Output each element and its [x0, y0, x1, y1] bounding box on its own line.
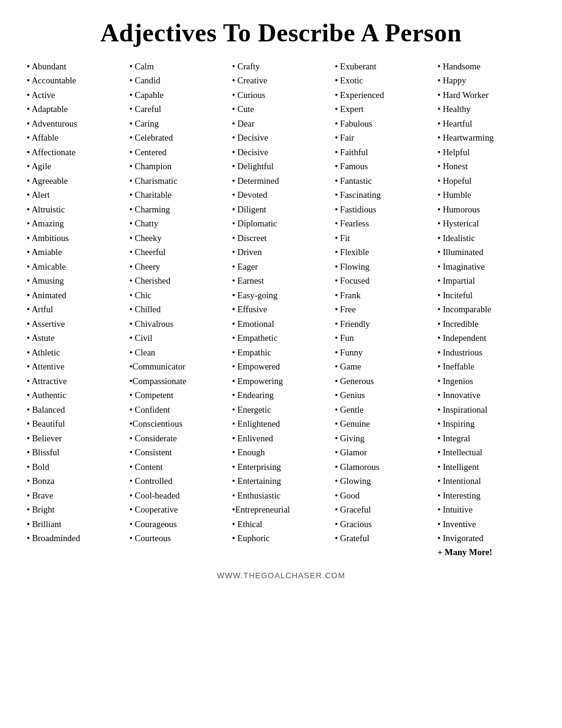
- list-item: • Balanced: [27, 403, 125, 417]
- list-item: • Amiable: [27, 245, 125, 259]
- list-item: • Ambitious: [27, 231, 125, 245]
- list-item: • Chivalrous: [130, 317, 227, 331]
- list-item: • Diligent: [232, 203, 330, 217]
- list-item: • Humble: [437, 188, 535, 202]
- list-item: • Driven: [232, 245, 330, 259]
- list-item: • Inspiring: [437, 417, 535, 431]
- list-item: • Game: [335, 360, 432, 374]
- list-item: • Empathetic: [232, 331, 330, 345]
- list-item: • Adaptable: [27, 102, 125, 116]
- list-item: • Honest: [437, 159, 535, 173]
- list-item: •Entrepreneurial: [232, 503, 330, 517]
- list-item: • Generous: [335, 374, 432, 388]
- list-item: • Cheerful: [130, 245, 227, 259]
- list-item: • Intuitive: [437, 503, 535, 517]
- list-item: • Enterprising: [232, 460, 330, 474]
- list-item: • Clean: [130, 346, 227, 360]
- list-item: • Capable: [130, 88, 227, 102]
- footer-url: WWW.THEGOALCHASER.COM: [24, 571, 538, 580]
- list-item: • Intentional: [437, 474, 535, 488]
- list-item: • Heartwarming: [437, 131, 535, 145]
- list-item: • Alert: [27, 188, 125, 202]
- list-item: • Brave: [27, 489, 125, 503]
- list-item: • Fun: [335, 331, 432, 345]
- list-item: • Hopeful: [437, 174, 535, 188]
- list-item: • Intellectual: [437, 446, 535, 460]
- list-item: • Earnest: [232, 274, 330, 288]
- list-item: • Charitable: [130, 188, 227, 202]
- list-item: • Assertive: [27, 317, 125, 331]
- list-item: • Charismatic: [130, 174, 227, 188]
- list-item: • Glamor: [335, 446, 432, 460]
- list-item: • Glowing: [335, 474, 432, 488]
- list-item: • Candid: [130, 74, 227, 88]
- list-item: • Careful: [130, 102, 227, 116]
- list-item: • Amusing: [27, 274, 125, 288]
- list-item: • Innovative: [437, 388, 535, 402]
- column-4: • Exuberant• Exotic• Experienced• Expert…: [332, 60, 435, 560]
- list-item: • Fascinating: [335, 188, 432, 202]
- list-item: • Incredible: [437, 317, 535, 331]
- list-item: • Empathic: [232, 346, 330, 360]
- list-item: • Handsome: [437, 60, 535, 74]
- list-item: • Blissful: [27, 446, 125, 460]
- adjectives-grid: • Abundant• Accountable• Active• Adaptab…: [24, 60, 538, 560]
- list-item: • Devoted: [232, 188, 330, 202]
- list-item: • Enlightened: [232, 417, 330, 431]
- list-item: • Genius: [335, 388, 432, 402]
- list-item: • Cooperative: [130, 503, 227, 517]
- list-item: • Broadminded: [27, 531, 125, 545]
- list-item: • Animated: [27, 289, 125, 303]
- list-item: • Integral: [437, 432, 535, 446]
- list-item: • Effusive: [232, 303, 330, 317]
- list-item: • Enlivened: [232, 432, 330, 446]
- list-item: •Compassionate: [130, 374, 227, 388]
- list-item: •Communicator: [130, 360, 227, 374]
- list-item: • Centered: [130, 145, 227, 159]
- list-item: • Industrious: [437, 346, 535, 360]
- list-item: • Authentic: [27, 388, 125, 402]
- list-item: • Content: [130, 460, 227, 474]
- list-item: • Cool-headed: [130, 489, 227, 503]
- list-item: • Chatty: [130, 217, 227, 231]
- list-item: • Faithful: [335, 145, 432, 159]
- list-item: • Creative: [232, 74, 330, 88]
- list-item: • Interesting: [437, 489, 535, 503]
- column-5: • Handsome• Happy• Hard Worker• Healthy•…: [435, 60, 538, 560]
- list-item: • Imaginative: [437, 260, 535, 274]
- list-item: • Famous: [335, 159, 432, 173]
- list-item: • Decisive: [232, 131, 330, 145]
- list-item: • Courteous: [130, 531, 227, 545]
- list-item: • Inventive: [437, 517, 535, 531]
- list-item: • Cherished: [130, 274, 227, 288]
- list-item: • Invigorated: [437, 531, 535, 545]
- list-item: • Hard Worker: [437, 88, 535, 102]
- list-item: • Cute: [232, 102, 330, 116]
- list-item: • Chilled: [130, 303, 227, 317]
- list-item: • Intelligent: [437, 460, 535, 474]
- list-item: • Euphoric: [232, 531, 330, 545]
- list-item: • Experienced: [335, 88, 432, 102]
- list-item: • Beautiful: [27, 417, 125, 431]
- list-item: • Curious: [232, 88, 330, 102]
- list-item: • Healthy: [437, 102, 535, 116]
- list-item: • Consistent: [130, 446, 227, 460]
- list-item: • Adventurous: [27, 117, 125, 131]
- list-item: • Accountable: [27, 74, 125, 88]
- list-item: • Champion: [130, 159, 227, 173]
- list-item: • Fair: [335, 131, 432, 145]
- list-item: • Entertaining: [232, 474, 330, 488]
- list-item: • Fit: [335, 231, 432, 245]
- list-item: • Charming: [130, 203, 227, 217]
- list-item: • Ineffable: [437, 360, 535, 374]
- list-item: • Happy: [437, 74, 535, 88]
- column-1: • Abundant• Accountable• Active• Adaptab…: [24, 60, 127, 560]
- list-item: • Considerate: [130, 432, 227, 446]
- list-item: • Fastidious: [335, 203, 432, 217]
- list-item: • Funny: [335, 346, 432, 360]
- list-item: • Bonza: [27, 474, 125, 488]
- list-item: • Exotic: [335, 74, 432, 88]
- list-item: • Good: [335, 489, 432, 503]
- list-item: • Abundant: [27, 60, 125, 74]
- list-item: • Idealistic: [437, 231, 535, 245]
